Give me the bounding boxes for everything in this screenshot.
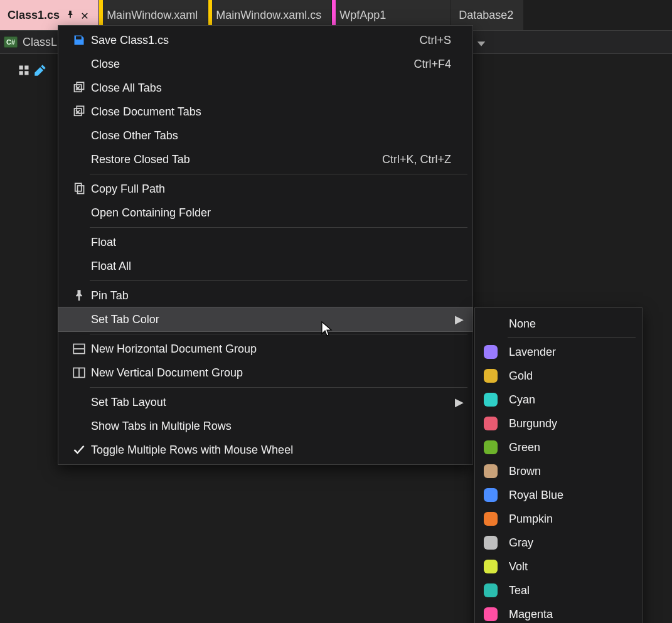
split-horizontal-icon bbox=[67, 343, 91, 355]
menu-restore-closed[interactable]: Restore Closed Tab Ctrl+K, Ctrl+Z bbox=[58, 147, 472, 171]
split-vertical-icon bbox=[67, 366, 91, 379]
color-swatch bbox=[484, 512, 498, 526]
color-swatch bbox=[484, 345, 498, 359]
submenu-arrow-icon: ▶ bbox=[455, 312, 464, 326]
pin-icon[interactable] bbox=[66, 9, 75, 21]
dropdown-chevron-icon[interactable] bbox=[475, 38, 488, 50]
svg-rect-4 bbox=[75, 183, 82, 191]
menu-close-all[interactable]: Close All Tabs bbox=[58, 76, 472, 100]
menu-copy-path[interactable]: Copy Full Path bbox=[58, 177, 472, 201]
color-swatch bbox=[484, 583, 498, 597]
color-teal[interactable]: Teal bbox=[475, 578, 642, 602]
color-royal-blue[interactable]: Royal Blue bbox=[475, 483, 642, 507]
shortcut-label: Ctrl+S bbox=[419, 34, 455, 47]
menu-separator bbox=[508, 337, 636, 338]
tab-label: MainWindow.xaml.cs bbox=[216, 9, 321, 22]
color-brown[interactable]: Brown bbox=[475, 459, 642, 483]
project-dropdown[interactable]: ClassL bbox=[23, 36, 57, 49]
menu-separator bbox=[90, 334, 467, 334]
color-swatch bbox=[484, 369, 498, 383]
menu-open-folder[interactable]: Open Containing Folder bbox=[58, 201, 472, 225]
menu-set-tab-layout[interactable]: Set Tab Layout ▶ bbox=[58, 390, 472, 414]
menu-save[interactable]: Save Class1.cs Ctrl+S bbox=[58, 28, 472, 52]
shortcut-label: Ctrl+K, Ctrl+Z bbox=[382, 153, 455, 166]
tab-label: Class1.cs bbox=[8, 9, 60, 22]
color-magenta[interactable]: Magenta bbox=[475, 602, 642, 623]
editor-gutter bbox=[18, 64, 46, 80]
copy-icon bbox=[67, 183, 91, 195]
color-gold[interactable]: Gold bbox=[475, 364, 642, 388]
color-swatch bbox=[484, 607, 498, 621]
color-swatch bbox=[484, 464, 498, 478]
color-volt[interactable]: Volt bbox=[475, 555, 642, 578]
color-swatch bbox=[484, 393, 498, 407]
menu-set-tab-color[interactable]: Set Tab Color ▶ bbox=[58, 307, 472, 331]
menu-separator bbox=[90, 227, 467, 228]
save-icon bbox=[67, 34, 91, 46]
tab-label: MainWindow.xaml bbox=[107, 9, 198, 22]
checkmark-icon bbox=[67, 444, 91, 456]
menu-float[interactable]: Float bbox=[58, 230, 472, 254]
shortcut-label: Ctrl+F4 bbox=[413, 58, 455, 71]
color-swatch bbox=[484, 440, 498, 454]
menu-new-vertical-group[interactable]: New Vertical Document Group bbox=[58, 361, 472, 385]
menu-close-other[interactable]: Close Other Tabs bbox=[58, 124, 472, 147]
submenu-arrow-icon: ▶ bbox=[455, 395, 464, 409]
color-swatch bbox=[484, 536, 498, 550]
color-swatch bbox=[484, 488, 498, 502]
menu-show-multirow[interactable]: Show Tabs in Multiple Rows bbox=[58, 414, 472, 438]
outline-icon[interactable] bbox=[18, 64, 30, 80]
color-burgundy[interactable]: Burgundy bbox=[475, 412, 642, 435]
menu-pin-tab[interactable]: Pin Tab bbox=[58, 284, 472, 307]
close-all-icon bbox=[67, 82, 91, 94]
close-docs-icon bbox=[67, 105, 91, 118]
svg-rect-5 bbox=[78, 186, 84, 194]
screwdriver-icon[interactable] bbox=[34, 64, 46, 80]
color-green[interactable]: Green bbox=[475, 435, 642, 459]
close-icon[interactable]: ✕ bbox=[81, 8, 88, 23]
csharp-badge-icon: C# bbox=[4, 36, 18, 48]
color-none[interactable]: None bbox=[475, 312, 642, 336]
color-gray[interactable]: Gray bbox=[475, 531, 642, 555]
color-lavender[interactable]: Lavender bbox=[475, 340, 642, 364]
menu-separator bbox=[90, 387, 467, 388]
tab-label: Database2 bbox=[459, 9, 513, 22]
menu-toggle-wheel-multirow[interactable]: Toggle Multiple Rows with Mouse Wheel bbox=[58, 438, 472, 462]
menu-separator bbox=[90, 280, 467, 281]
color-swatch bbox=[484, 560, 498, 573]
tab-context-menu: Save Class1.cs Ctrl+S Close Ctrl+F4 Clos… bbox=[58, 25, 473, 465]
tab-color-submenu: None Lavender Gold Cyan Burgundy Green B… bbox=[474, 307, 643, 623]
menu-close-docs[interactable]: Close Document Tabs bbox=[58, 100, 472, 124]
pin-icon bbox=[67, 289, 91, 302]
tab-label: WpfApp1 bbox=[339, 9, 386, 22]
menu-separator bbox=[90, 174, 467, 174]
tab-color-indicator bbox=[0, 0, 4, 30]
color-pumpkin[interactable]: Pumpkin bbox=[475, 507, 642, 531]
color-cyan[interactable]: Cyan bbox=[475, 388, 642, 412]
color-swatch bbox=[484, 417, 498, 430]
menu-float-all[interactable]: Float All bbox=[58, 254, 472, 278]
menu-close[interactable]: Close Ctrl+F4 bbox=[58, 52, 472, 76]
menu-new-horizontal-group[interactable]: New Horizontal Document Group bbox=[58, 337, 472, 361]
